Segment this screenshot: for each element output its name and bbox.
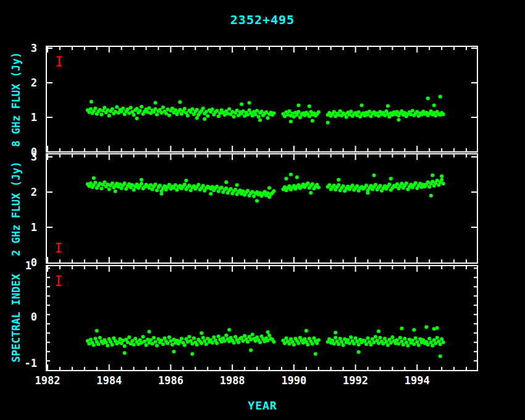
outlier-point: [295, 175, 299, 179]
data-point: [296, 342, 300, 345]
data-point: [132, 188, 136, 192]
outlier-point: [123, 351, 127, 355]
data-point: [227, 107, 231, 111]
data-point: [242, 339, 245, 343]
outlier-point: [284, 177, 288, 180]
data-point: [140, 105, 143, 109]
data-point: [421, 338, 425, 342]
data-point: [132, 343, 136, 346]
data-point: [357, 343, 361, 346]
outlier-point: [195, 116, 199, 120]
panel-box-flux-8ghz: [46, 46, 477, 152]
outlier-point: [190, 352, 194, 356]
data-point: [237, 340, 240, 344]
data-point: [243, 334, 246, 338]
data-point: [107, 114, 111, 117]
outlier-point: [334, 331, 337, 335]
data-point: [92, 343, 96, 347]
data-point: [215, 342, 219, 345]
data-point: [267, 334, 271, 337]
data-point: [233, 188, 237, 191]
data-point: [166, 342, 169, 345]
data-point: [201, 336, 205, 340]
data-point: [363, 339, 367, 343]
data-point: [264, 111, 268, 114]
data-point: [111, 343, 114, 346]
data-point: [429, 340, 433, 344]
data-point: [115, 105, 119, 109]
data-point: [232, 341, 236, 345]
data-point: [215, 109, 219, 112]
data-point: [206, 114, 209, 118]
outlier-point: [439, 94, 442, 98]
data-point: [201, 106, 205, 110]
data-point: [442, 182, 445, 185]
data-point: [127, 335, 131, 339]
data-point: [442, 340, 445, 344]
data-point: [439, 342, 442, 346]
y-tick-label: 0: [31, 256, 37, 269]
data-point: [153, 182, 157, 186]
y-tick-label: 1: [31, 111, 37, 124]
data-point: [414, 181, 418, 185]
outlier-point: [209, 192, 212, 196]
plot-container: 2352+495 8 GHz FLUX (Jy) 2 GHz FLUX (Jy)…: [0, 0, 525, 420]
data-point: [395, 182, 399, 186]
outlier-point: [148, 330, 151, 334]
data-point: [212, 335, 216, 339]
outlier-point: [153, 101, 157, 104]
data-point: [229, 187, 233, 191]
data-point: [255, 109, 259, 112]
y-tick-label: 0: [31, 311, 37, 323]
data-point: [254, 112, 258, 116]
data-point: [203, 339, 206, 343]
data-point: [427, 337, 431, 340]
data-point: [315, 342, 319, 345]
outlier-point: [326, 120, 330, 124]
data-point: [432, 338, 436, 342]
outlier-point: [203, 117, 206, 121]
data-point: [183, 343, 187, 347]
data-point: [317, 338, 321, 342]
data-point: [354, 337, 358, 340]
data-point: [348, 342, 351, 345]
outlier-point: [159, 192, 163, 196]
outlier-point: [309, 191, 313, 195]
outlier-point: [296, 103, 300, 107]
data-point: [161, 106, 165, 109]
data-point: [155, 188, 159, 192]
data-point: [337, 113, 340, 117]
outlier-point: [178, 100, 182, 104]
data-point: [180, 337, 183, 340]
data-point: [317, 186, 321, 190]
data-point: [440, 178, 443, 182]
outlier-point: [184, 178, 188, 182]
data-point: [334, 336, 337, 340]
data-point: [151, 342, 154, 346]
data-point: [220, 186, 224, 190]
data-point: [159, 338, 163, 342]
data-point: [246, 189, 250, 193]
data-point: [211, 341, 214, 345]
data-point: [260, 109, 264, 113]
data-point: [395, 338, 399, 342]
outlier-point: [311, 119, 314, 123]
data-point: [342, 184, 345, 188]
data-point: [104, 340, 108, 344]
data-point: [417, 343, 421, 347]
data-point: [215, 185, 219, 188]
panel-box-flux-2ghz: [46, 154, 477, 263]
data-point: [397, 342, 400, 346]
data-point: [257, 115, 261, 119]
data-point: [435, 336, 439, 340]
data-point: [369, 343, 372, 346]
outlier-point: [289, 120, 293, 124]
data-point: [400, 340, 403, 343]
data-point: [317, 111, 321, 114]
data-point: [258, 340, 262, 344]
data-point: [403, 337, 406, 340]
data-point: [132, 113, 136, 117]
data-point: [89, 338, 93, 342]
x-tick-label: 1990: [281, 374, 306, 387]
data-point: [387, 182, 391, 186]
